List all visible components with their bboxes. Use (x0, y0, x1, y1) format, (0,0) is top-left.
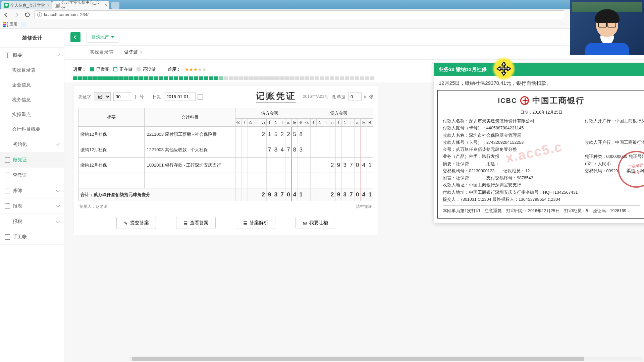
summary-cell[interactable] (78, 173, 145, 188)
sidebar-item-report[interactable]: 报表 (0, 198, 64, 214)
subject-cell[interactable]: 1221003 其他应收款 - 个人社保 (145, 142, 235, 158)
tax-icon (5, 219, 10, 224)
sidebar-item-label: 初始化 (13, 141, 27, 147)
sidebar-item-label: 账簿 (13, 188, 22, 194)
voucher-header: 凭证字 记 ▲▼ 号 日期 记账凭证 2016年第01期 附单据 ▲▼ 张 (73, 90, 378, 103)
summary-cell[interactable]: 缴纳12月社保 (78, 142, 145, 158)
date-label: 日期 (153, 94, 161, 100)
summary-cell[interactable]: 缴纳12月社保 (78, 127, 145, 142)
icbc-logo-icon (520, 96, 529, 105)
sidebar-sub-tax[interactable]: 税务信息 (0, 93, 64, 107)
browser-tab[interactable]: 学 个人信息_会计学堂 × (1, 1, 52, 9)
voucher-footer: 制单人： 赵老师 清空凭证 (73, 202, 378, 211)
receipt-line: 收款人账号（卡号）：2743209204152253 (443, 139, 578, 146)
sidebar-sub-keypoints[interactable]: 实操重点 (0, 107, 64, 122)
sidebar-item-make-voucher[interactable]: 做凭证 (0, 152, 64, 168)
subject-cell[interactable]: 1002001 银行存款 - 工行深圳安庆支行 (145, 158, 235, 173)
col-debit: 借方金额 (235, 108, 304, 119)
number-stepper[interactable]: ▲▼ (134, 95, 137, 99)
attach-stepper[interactable]: ▲▼ (364, 95, 366, 99)
business-panel[interactable]: 业务30 缴纳12月社保 12月25日，缴纳社保29370.41元，银行自动扣款… (434, 63, 644, 223)
legend-done: 已做完 (90, 66, 109, 72)
sidebar-sub-catalog[interactable]: 实操目录表 (0, 63, 64, 78)
attach-input[interactable] (348, 93, 362, 101)
feedback-button[interactable]: ✉我要吐槽 (296, 217, 335, 229)
total-credit: 2937041 (304, 188, 373, 201)
debit-cell[interactable]: 784783 (235, 142, 304, 158)
close-icon[interactable]: × (140, 50, 143, 55)
bookmark-item[interactable] (21, 22, 26, 27)
number-unit: 号 (140, 94, 144, 100)
voucher-title: 记账凭证 (256, 90, 296, 103)
close-icon[interactable]: × (105, 3, 107, 8)
calendar-icon[interactable] (198, 94, 203, 100)
reload-button[interactable] (23, 11, 32, 19)
project-name: 建筑地产 (92, 34, 109, 40)
analyze-answer-button[interactable]: ☰答案解析 (236, 217, 275, 229)
grid-icon (5, 53, 10, 58)
receipt-line: 摘要：社保费 用途： (443, 161, 578, 168)
credit-cell[interactable]: 2937041 (304, 158, 373, 173)
debit-cell[interactable] (235, 173, 304, 188)
search-icon (5, 173, 10, 178)
browser-tab[interactable]: ▤ 会计学堂实操中心_会计… × (52, 1, 109, 9)
favicon: ▤ (55, 3, 60, 8)
apps-shortcut[interactable]: 应用 (3, 21, 17, 27)
bank-name: 中国工商银行 (532, 94, 585, 108)
receipt-line (585, 125, 644, 132)
col-summary: 摘要 (78, 108, 145, 127)
site-info-icon[interactable]: i (37, 12, 42, 17)
maker-name: 赵老师 (96, 204, 108, 209)
view-answer-button[interactable]: ☰查看答案 (176, 217, 216, 229)
horizontal-scrollbar[interactable] (129, 357, 643, 361)
sidebar-item-ledger[interactable]: 账簿 (0, 183, 64, 198)
tab-title: 会计学堂实操中心_会计… (61, 0, 107, 11)
debit-cell[interactable]: 2152258 (235, 127, 304, 142)
summary-cell[interactable]: 缴纳12月社保 (78, 158, 145, 173)
clear-voucher-link[interactable]: 清空凭证 (356, 204, 372, 209)
cube-icon (5, 142, 10, 147)
voucher-word-select[interactable]: 记 (94, 92, 111, 101)
tab-catalog[interactable]: 实操目录表 (85, 46, 119, 59)
difficulty-label: 难度： (168, 66, 181, 72)
receipt-line: 金额：贰万玖仟叁佰柒拾元肆角壹分整 (443, 146, 578, 153)
submit-answer-button[interactable]: ✎提交答案 (116, 217, 156, 229)
edit-icon (5, 157, 10, 163)
legend-todo: 还没做 (137, 66, 156, 72)
collapse-sidebar-button[interactable] (70, 32, 80, 42)
subject-cell[interactable] (145, 173, 235, 188)
sidebar-sub-subjects[interactable]: 会计科目概要 (0, 122, 64, 137)
voucher-actions: ✎提交答案 ☰查看答案 ☰答案解析 ✉我要吐槽 (73, 217, 378, 229)
credit-cell[interactable] (304, 142, 373, 158)
forward-button[interactable] (13, 11, 21, 19)
sidebar-item-manual[interactable]: 手工帐 (0, 229, 64, 245)
back-button[interactable] (2, 11, 10, 19)
close-icon[interactable]: × (47, 3, 50, 8)
receipt-line: 交易机构号：02130000123 记账柜员：12 (443, 168, 578, 175)
voucher-number-input[interactable] (113, 93, 132, 101)
url-input[interactable]: i lx.acc5.com/main_234/ (34, 10, 564, 19)
bank-receipt: ICBC 中国工商银行 日期：2016年12月25日 付款人名称：深圳市景美建筑… (437, 90, 644, 219)
webcam-overlay (570, 0, 644, 55)
panel-title[interactable]: 业务30 缴纳12月社保 (434, 63, 644, 76)
debit-cell[interactable] (235, 158, 304, 173)
sidebar-item-init[interactable]: 初始化 (0, 137, 64, 152)
sidebar-item-query-voucher[interactable]: 查凭证 (0, 168, 64, 183)
subject-cell[interactable]: 2211003 应付职工薪酬 - 社会保险费 (145, 127, 235, 142)
sidebar-item-filetax[interactable]: 报税 (0, 214, 64, 229)
new-tab-button[interactable] (111, 2, 119, 9)
sidebar-sub-company[interactable]: 企业信息 (0, 78, 64, 93)
project-selector[interactable]: 建筑地产 (87, 32, 119, 43)
attach-label: 附单据 (332, 94, 345, 100)
favicon: 学 (4, 3, 9, 8)
col-subject: 会计科目 (145, 108, 235, 127)
sidebar-item-overview[interactable]: 概要 (0, 48, 64, 63)
voucher-date-input[interactable] (164, 93, 196, 101)
voucher-table: 摘要 会计科目 借方金额 贷方金额 亿千百十万千百十元角分亿千百十万千百十元角分… (78, 108, 373, 201)
tab-make-voucher[interactable]: 做凭证 × (119, 46, 148, 59)
sidebar-item-label: 概要 (13, 52, 22, 58)
browser-tab-strip: 学 个人信息_会计学堂 × ▤ 会计学堂实操中心_会计… × (0, 0, 644, 9)
receipt-line: 提交人：7301031.C.2304 最终授权人：136453798654.c.… (443, 196, 578, 203)
credit-cell[interactable] (304, 173, 373, 188)
credit-cell[interactable] (304, 127, 373, 142)
